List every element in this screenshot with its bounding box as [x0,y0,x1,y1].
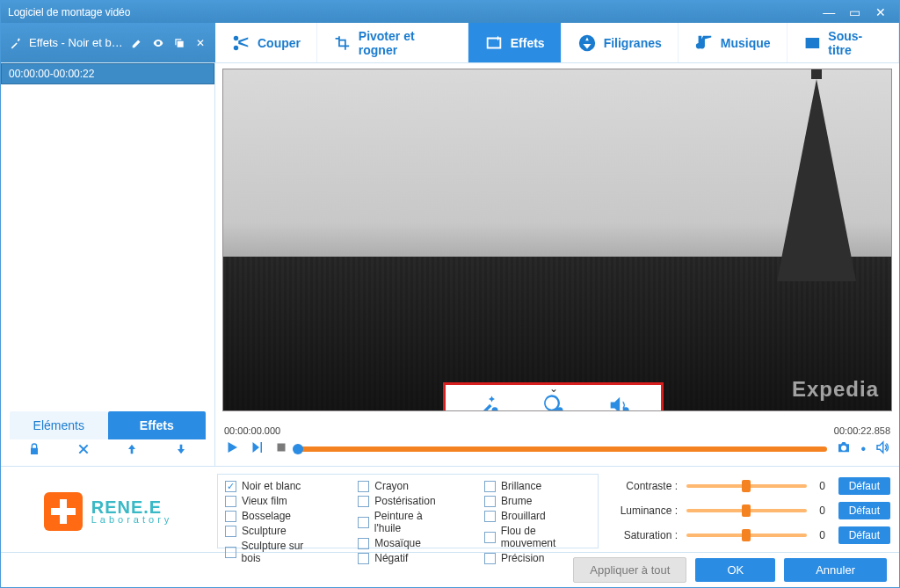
tool-tabs: Couper Pivoter et rogner Effets Filigran… [215,23,899,62]
play-bar: • [222,436,892,466]
effect-label: Noir et blanc [242,480,301,492]
window-title: Logiciel de montage vidéo [8,6,130,18]
effect-checkbox[interactable]: Crayon [358,480,449,492]
preview-pane: Expedia ⌄ 00:00:00.000-00:00:22.858 00:0… [215,63,899,466]
effect-checkbox[interactable]: Brume [484,495,591,507]
saturation-default-button[interactable]: Défaut [838,526,890,544]
effect-checkbox[interactable]: Vieux film [225,495,323,507]
checkbox-icon [484,481,496,492]
close-button[interactable]: ✕ [869,5,892,19]
tab-watermark[interactable]: Filigranes [562,23,679,62]
sidebar-tab-elements[interactable]: Eléments [10,411,108,439]
contrast-label: Contraste : [609,480,678,492]
ruler-start: 00:00:00.000 [224,425,280,436]
lock-icon[interactable] [27,442,41,460]
snapshot-icon[interactable] [836,439,852,459]
saturation-slider[interactable] [686,534,807,537]
eiffel-tower-shape [777,79,856,281]
effect-label: Brume [501,495,532,507]
stop-icon[interactable] [273,439,289,459]
effect-checkbox[interactable]: Sculpture sur bois [225,540,323,564]
effect-label: Vieux film [242,495,287,507]
delete-icon[interactable]: ✕ [192,35,208,51]
tab-rotate-crop[interactable]: Pivoter et rogner [317,23,468,62]
minimize-button[interactable]: — [817,5,840,19]
tab-cut[interactable]: Couper [215,23,317,62]
checkbox-icon [225,511,236,522]
svg-rect-0 [278,444,286,452]
effect-checkbox[interactable]: Négatif [358,552,449,564]
effect-checkbox[interactable]: Flou de mouvement [484,525,591,549]
sidebar-tab-effects[interactable]: Effets [108,411,207,439]
effect-checkbox[interactable]: Peinture à l'huile [358,510,449,534]
dot-icon: • [860,441,866,457]
window-controls: — ▭ ✕ [817,5,892,19]
effect-checkbox[interactable]: ✓Noir et blanc [225,480,323,492]
video-watermark: Expedia [792,377,879,402]
play-icon[interactable] [224,439,240,459]
contrast-slider[interactable] [686,484,807,488]
checkbox-icon [484,553,496,564]
timeline-track[interactable] [298,446,827,452]
titlebar: Logiciel de montage vidéo — ▭ ✕ [1,1,899,23]
contrast-default-button[interactable]: Défaut [838,477,890,495]
checkbox-icon [225,547,236,558]
checkbox-icon [358,553,369,564]
sidebar-header: Effets - Noir et blanc ✕ [1,23,215,62]
checkbox-icon [358,496,369,507]
tab-effects[interactable]: Effets [468,23,562,62]
checkbox-icon [358,517,369,528]
move-up-icon[interactable] [125,442,139,460]
effect-label: Sculpture [242,525,287,537]
checkbox-icon: ✓ [225,481,236,492]
effect-checkbox[interactable]: Sculpture [225,525,323,537]
checkbox-icon [225,496,236,507]
step-icon[interactable] [249,439,265,459]
ok-button[interactable]: OK [695,558,775,582]
main-toolbar: Effets - Noir et blanc ✕ Couper Pivoter … [1,23,899,63]
contrast-value: 0 [816,480,830,492]
apply-all-button[interactable]: Appliquer à tout [573,557,686,583]
effect-label: Mosaïque [374,537,421,549]
playhead-knob[interactable] [293,444,303,454]
luminance-slider[interactable] [686,509,807,512]
tab-subtitle[interactable]: Sous-titre [788,23,899,62]
effect-checkbox[interactable]: Mosaïque [358,537,449,549]
current-effect-title: Effets - Noir et blanc [29,36,124,49]
effect-checkbox[interactable]: Brouillard [484,510,591,522]
volume-icon[interactable] [875,439,890,459]
checkbox-icon [225,526,236,537]
logo-line2: Laboratory [91,514,173,525]
edit-icon[interactable] [129,35,145,51]
effect-checkbox[interactable]: Brillance [484,480,591,492]
wand-icon [8,35,24,51]
tab-music[interactable]: Musique [679,23,788,62]
effect-checkbox[interactable]: Bosselage [225,510,323,522]
chevron-down-icon[interactable]: ⌄ [549,382,558,395]
effect-label: Brillance [501,480,541,492]
effect-label: Sculpture sur bois [242,540,323,564]
sidebar: 00:00:00-00:00:22 Eléments Effets [1,63,215,466]
cancel-button[interactable]: Annuler [784,558,887,582]
effect-label: Peinture à l'huile [374,510,449,534]
sidebar-toolstrip [10,439,206,462]
checkbox-icon [484,496,496,507]
checkbox-icon [484,511,496,522]
speaker-add-icon[interactable] [606,393,631,412]
checkbox-icon [358,481,369,492]
effect-label: Crayon [374,480,409,492]
remove-icon[interactable] [76,442,91,460]
effect-label: Négatif [374,552,408,564]
zoom-add-icon[interactable] [541,393,566,412]
maximize-button[interactable]: ▭ [844,5,867,19]
video-canvas[interactable]: Expedia ⌄ 00:00:00.000-00:00:22.858 [222,69,892,411]
checkbox-icon [358,538,369,549]
luminance-default-button[interactable]: Défaut [838,502,890,519]
saturation-label: Saturation : [609,529,678,541]
magic-wand-add-icon[interactable] [476,393,501,412]
effect-checkbox[interactable]: Postérisation [358,495,449,507]
clip-time-badge[interactable]: 00:00:00-00:00:22 [1,63,214,84]
move-down-icon[interactable] [174,442,188,460]
duplicate-icon[interactable] [171,35,187,51]
visibility-icon[interactable] [150,35,166,51]
